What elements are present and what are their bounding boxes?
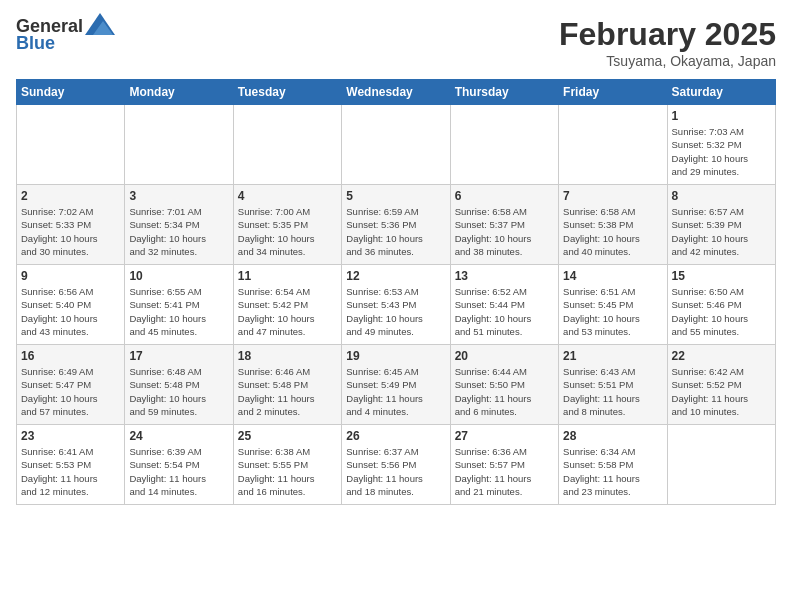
calendar-cell bbox=[450, 105, 558, 185]
calendar-cell: 3Sunrise: 7:01 AM Sunset: 5:34 PM Daylig… bbox=[125, 185, 233, 265]
day-number: 26 bbox=[346, 429, 445, 443]
day-number: 16 bbox=[21, 349, 120, 363]
logo: General Blue bbox=[16, 16, 115, 54]
day-info: Sunrise: 6:44 AM Sunset: 5:50 PM Dayligh… bbox=[455, 365, 554, 418]
day-number: 1 bbox=[672, 109, 771, 123]
calendar-cell bbox=[17, 105, 125, 185]
calendar-cell: 13Sunrise: 6:52 AM Sunset: 5:44 PM Dayli… bbox=[450, 265, 558, 345]
day-info: Sunrise: 7:00 AM Sunset: 5:35 PM Dayligh… bbox=[238, 205, 337, 258]
day-info: Sunrise: 6:34 AM Sunset: 5:58 PM Dayligh… bbox=[563, 445, 662, 498]
day-info: Sunrise: 6:55 AM Sunset: 5:41 PM Dayligh… bbox=[129, 285, 228, 338]
day-info: Sunrise: 6:50 AM Sunset: 5:46 PM Dayligh… bbox=[672, 285, 771, 338]
calendar-cell bbox=[233, 105, 341, 185]
calendar-cell: 12Sunrise: 6:53 AM Sunset: 5:43 PM Dayli… bbox=[342, 265, 450, 345]
day-number: 13 bbox=[455, 269, 554, 283]
day-info: Sunrise: 6:56 AM Sunset: 5:40 PM Dayligh… bbox=[21, 285, 120, 338]
calendar-cell: 15Sunrise: 6:50 AM Sunset: 5:46 PM Dayli… bbox=[667, 265, 775, 345]
weekday-header-friday: Friday bbox=[559, 80, 667, 105]
calendar-cell: 22Sunrise: 6:42 AM Sunset: 5:52 PM Dayli… bbox=[667, 345, 775, 425]
day-number: 27 bbox=[455, 429, 554, 443]
day-info: Sunrise: 7:02 AM Sunset: 5:33 PM Dayligh… bbox=[21, 205, 120, 258]
calendar-cell: 1Sunrise: 7:03 AM Sunset: 5:32 PM Daylig… bbox=[667, 105, 775, 185]
calendar-cell: 8Sunrise: 6:57 AM Sunset: 5:39 PM Daylig… bbox=[667, 185, 775, 265]
logo-icon bbox=[85, 13, 115, 35]
day-info: Sunrise: 6:42 AM Sunset: 5:52 PM Dayligh… bbox=[672, 365, 771, 418]
day-number: 19 bbox=[346, 349, 445, 363]
calendar-cell: 27Sunrise: 6:36 AM Sunset: 5:57 PM Dayli… bbox=[450, 425, 558, 505]
day-number: 2 bbox=[21, 189, 120, 203]
location-title: Tsuyama, Okayama, Japan bbox=[559, 53, 776, 69]
calendar-cell: 18Sunrise: 6:46 AM Sunset: 5:48 PM Dayli… bbox=[233, 345, 341, 425]
day-info: Sunrise: 6:58 AM Sunset: 5:38 PM Dayligh… bbox=[563, 205, 662, 258]
calendar-cell: 24Sunrise: 6:39 AM Sunset: 5:54 PM Dayli… bbox=[125, 425, 233, 505]
weekday-header-thursday: Thursday bbox=[450, 80, 558, 105]
day-number: 17 bbox=[129, 349, 228, 363]
day-info: Sunrise: 6:46 AM Sunset: 5:48 PM Dayligh… bbox=[238, 365, 337, 418]
calendar-cell: 23Sunrise: 6:41 AM Sunset: 5:53 PM Dayli… bbox=[17, 425, 125, 505]
day-info: Sunrise: 6:41 AM Sunset: 5:53 PM Dayligh… bbox=[21, 445, 120, 498]
calendar-cell: 17Sunrise: 6:48 AM Sunset: 5:48 PM Dayli… bbox=[125, 345, 233, 425]
calendar-week-row: 9Sunrise: 6:56 AM Sunset: 5:40 PM Daylig… bbox=[17, 265, 776, 345]
day-number: 14 bbox=[563, 269, 662, 283]
day-info: Sunrise: 6:37 AM Sunset: 5:56 PM Dayligh… bbox=[346, 445, 445, 498]
day-number: 5 bbox=[346, 189, 445, 203]
day-info: Sunrise: 6:36 AM Sunset: 5:57 PM Dayligh… bbox=[455, 445, 554, 498]
weekday-header-monday: Monday bbox=[125, 80, 233, 105]
day-info: Sunrise: 6:45 AM Sunset: 5:49 PM Dayligh… bbox=[346, 365, 445, 418]
day-number: 7 bbox=[563, 189, 662, 203]
day-number: 21 bbox=[563, 349, 662, 363]
calendar-cell bbox=[667, 425, 775, 505]
header: General Blue February 2025 Tsuyama, Okay… bbox=[16, 16, 776, 69]
calendar-cell: 4Sunrise: 7:00 AM Sunset: 5:35 PM Daylig… bbox=[233, 185, 341, 265]
calendar-week-row: 1Sunrise: 7:03 AM Sunset: 5:32 PM Daylig… bbox=[17, 105, 776, 185]
title-area: February 2025 Tsuyama, Okayama, Japan bbox=[559, 16, 776, 69]
day-number: 8 bbox=[672, 189, 771, 203]
day-number: 20 bbox=[455, 349, 554, 363]
logo-text-blue: Blue bbox=[16, 33, 55, 54]
day-info: Sunrise: 6:57 AM Sunset: 5:39 PM Dayligh… bbox=[672, 205, 771, 258]
calendar-cell: 9Sunrise: 6:56 AM Sunset: 5:40 PM Daylig… bbox=[17, 265, 125, 345]
month-title: February 2025 bbox=[559, 16, 776, 53]
day-number: 3 bbox=[129, 189, 228, 203]
day-number: 4 bbox=[238, 189, 337, 203]
calendar-week-row: 16Sunrise: 6:49 AM Sunset: 5:47 PM Dayli… bbox=[17, 345, 776, 425]
day-info: Sunrise: 6:38 AM Sunset: 5:55 PM Dayligh… bbox=[238, 445, 337, 498]
day-info: Sunrise: 6:51 AM Sunset: 5:45 PM Dayligh… bbox=[563, 285, 662, 338]
calendar-cell: 5Sunrise: 6:59 AM Sunset: 5:36 PM Daylig… bbox=[342, 185, 450, 265]
day-info: Sunrise: 6:48 AM Sunset: 5:48 PM Dayligh… bbox=[129, 365, 228, 418]
day-number: 12 bbox=[346, 269, 445, 283]
calendar-cell: 26Sunrise: 6:37 AM Sunset: 5:56 PM Dayli… bbox=[342, 425, 450, 505]
day-info: Sunrise: 6:49 AM Sunset: 5:47 PM Dayligh… bbox=[21, 365, 120, 418]
day-number: 9 bbox=[21, 269, 120, 283]
day-info: Sunrise: 6:43 AM Sunset: 5:51 PM Dayligh… bbox=[563, 365, 662, 418]
day-number: 25 bbox=[238, 429, 337, 443]
day-number: 28 bbox=[563, 429, 662, 443]
day-info: Sunrise: 6:58 AM Sunset: 5:37 PM Dayligh… bbox=[455, 205, 554, 258]
calendar-cell: 2Sunrise: 7:02 AM Sunset: 5:33 PM Daylig… bbox=[17, 185, 125, 265]
calendar-cell: 20Sunrise: 6:44 AM Sunset: 5:50 PM Dayli… bbox=[450, 345, 558, 425]
calendar-cell: 11Sunrise: 6:54 AM Sunset: 5:42 PM Dayli… bbox=[233, 265, 341, 345]
calendar-week-row: 23Sunrise: 6:41 AM Sunset: 5:53 PM Dayli… bbox=[17, 425, 776, 505]
calendar-cell: 14Sunrise: 6:51 AM Sunset: 5:45 PM Dayli… bbox=[559, 265, 667, 345]
calendar-cell: 7Sunrise: 6:58 AM Sunset: 5:38 PM Daylig… bbox=[559, 185, 667, 265]
calendar-week-row: 2Sunrise: 7:02 AM Sunset: 5:33 PM Daylig… bbox=[17, 185, 776, 265]
weekday-header-wednesday: Wednesday bbox=[342, 80, 450, 105]
weekday-header-sunday: Sunday bbox=[17, 80, 125, 105]
calendar-cell bbox=[125, 105, 233, 185]
calendar-cell: 10Sunrise: 6:55 AM Sunset: 5:41 PM Dayli… bbox=[125, 265, 233, 345]
calendar-cell: 16Sunrise: 6:49 AM Sunset: 5:47 PM Dayli… bbox=[17, 345, 125, 425]
day-info: Sunrise: 6:52 AM Sunset: 5:44 PM Dayligh… bbox=[455, 285, 554, 338]
calendar-cell: 19Sunrise: 6:45 AM Sunset: 5:49 PM Dayli… bbox=[342, 345, 450, 425]
day-info: Sunrise: 6:54 AM Sunset: 5:42 PM Dayligh… bbox=[238, 285, 337, 338]
day-number: 15 bbox=[672, 269, 771, 283]
calendar-cell bbox=[342, 105, 450, 185]
day-number: 24 bbox=[129, 429, 228, 443]
calendar-table: SundayMondayTuesdayWednesdayThursdayFrid… bbox=[16, 79, 776, 505]
calendar-cell bbox=[559, 105, 667, 185]
day-number: 23 bbox=[21, 429, 120, 443]
weekday-header-row: SundayMondayTuesdayWednesdayThursdayFrid… bbox=[17, 80, 776, 105]
weekday-header-saturday: Saturday bbox=[667, 80, 775, 105]
day-info: Sunrise: 6:39 AM Sunset: 5:54 PM Dayligh… bbox=[129, 445, 228, 498]
calendar-cell: 25Sunrise: 6:38 AM Sunset: 5:55 PM Dayli… bbox=[233, 425, 341, 505]
calendar-cell: 6Sunrise: 6:58 AM Sunset: 5:37 PM Daylig… bbox=[450, 185, 558, 265]
